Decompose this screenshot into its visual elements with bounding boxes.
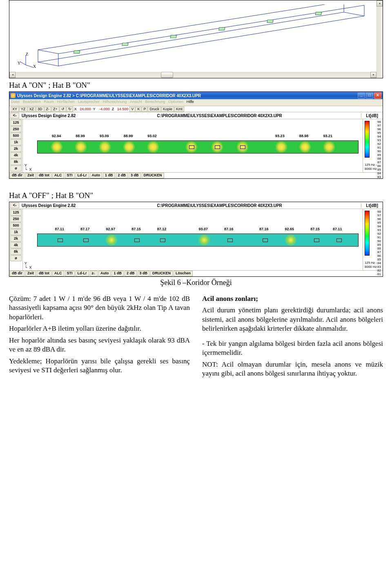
legend-tick: 94 xyxy=(370,225,381,228)
menu-berechnung[interactable]: Berechnung xyxy=(145,100,165,105)
bottom-btn-sti[interactable]: STI xyxy=(65,173,75,178)
view-XY[interactable]: XY xyxy=(11,107,19,112)
freq-8k[interactable]: 8k xyxy=(10,249,22,255)
db-label: 88.99 xyxy=(76,134,85,138)
menu-hilfe[interactable]: Hilfe xyxy=(187,100,194,105)
scroll-left-icon[interactable]: ◂ xyxy=(9,72,16,78)
axis-y-label: Y xyxy=(18,61,20,65)
wireframe-panel: Z Y X ▴ ◂ ▸ xyxy=(9,0,383,78)
freq-ø[interactable]: ø xyxy=(10,255,22,261)
freq-4k[interactable]: 4k xyxy=(10,152,22,158)
bottom-btn-zeit[interactable]: Zeit xyxy=(25,271,36,276)
freq-4k[interactable]: 4k xyxy=(10,242,22,248)
menu-optionen[interactable]: Optionen xyxy=(168,100,183,105)
frequency-column-2[interactable]: 1252505001k2k4k8kø xyxy=(9,209,23,270)
bottom-btn-dbdir[interactable]: dB dir xyxy=(10,271,24,276)
bottom-btn-drucken[interactable]: DRUCKEN xyxy=(150,271,173,276)
coord-z-label[interactable]: Z xyxy=(111,107,115,111)
rotate-btn[interactable]: ↺ xyxy=(60,107,66,112)
db-label: 93.23 xyxy=(275,134,285,138)
toolbtn-V[interactable]: V xyxy=(129,107,135,112)
coord-x-label[interactable]: X xyxy=(74,107,78,111)
bottom-btn-1db[interactable]: 1 dB xyxy=(103,173,115,178)
menu-raum[interactable]: Raum xyxy=(44,100,54,105)
freq-ø[interactable]: ø xyxy=(10,165,22,171)
toolbtn-Kmt[interactable]: Kmt xyxy=(174,107,184,112)
menu-lautsprecher[interactable]: Lautsprecher xyxy=(78,100,100,105)
freq-2k[interactable]: 2k xyxy=(10,146,22,152)
toolbtn-Kopie[interactable]: Kopie xyxy=(161,107,174,112)
speaker-marker xyxy=(58,238,63,242)
scrollbar-vertical[interactable]: ▴ xyxy=(376,0,383,78)
frequency-column[interactable]: 1252505001k2k4k8kø xyxy=(9,119,23,172)
toolbtn-Druck[interactable]: Druck xyxy=(148,107,161,112)
svg-rect-12 xyxy=(122,43,128,46)
bottom-btn-3db[interactable]: 3 dB xyxy=(129,173,141,178)
db-label: 87.17 xyxy=(80,227,90,231)
db-label: 92.97 xyxy=(106,227,116,231)
scrollbar-horizontal[interactable]: ◂ ▸ xyxy=(9,72,376,78)
rotate-btn[interactable]: ↻ xyxy=(67,107,73,112)
bottom-btn-1db[interactable]: 1 dB xyxy=(111,271,124,276)
toolbtn-K[interactable]: K xyxy=(136,107,141,112)
menu-hilfszeichnung[interactable]: Hilfszeichnung xyxy=(103,100,127,105)
freq-500[interactable]: 500 xyxy=(10,223,22,229)
bottom-btn-3db[interactable]: 3 dB xyxy=(138,271,150,276)
view-XZ[interactable]: XZ xyxy=(28,107,36,112)
freq-250[interactable]: 250 xyxy=(10,126,22,132)
bottom-btn-alc[interactable]: ALC xyxy=(52,173,64,178)
hotspot xyxy=(323,141,335,153)
freq-2k[interactable]: 2k xyxy=(10,236,22,242)
freq-8k[interactable]: 8k xyxy=(10,159,22,165)
bottom-btn-dbtot[interactable]: dB tot xyxy=(37,173,51,178)
toolbtn-P[interactable]: P xyxy=(142,107,147,112)
bottom-btn-ld-lr[interactable]: Ld-Lr xyxy=(76,271,89,276)
body-text: Çözüm: 7 adet 1 W / 1 m'de 96 dB veya 1 … xyxy=(0,294,392,386)
back-button-2[interactable]: <- xyxy=(10,203,19,208)
menubar[interactable]: DateiBearbeitenRaumHörflächenLautspreche… xyxy=(9,99,383,106)
menu-datei[interactable]: Datei xyxy=(11,100,20,105)
minimize-button[interactable]: _ xyxy=(358,92,365,99)
db-label: 87.16 xyxy=(259,227,269,231)
scrollbar-thumb[interactable] xyxy=(161,72,173,78)
maximize-button[interactable]: □ xyxy=(366,92,373,99)
bottom-btn-auto[interactable]: Auto xyxy=(98,271,111,276)
bottom-btn-löschen[interactable]: Löschen xyxy=(174,271,193,276)
bottom-btn-alc[interactable]: ALC xyxy=(52,271,64,276)
coord-x-value: 24.000 xyxy=(78,107,92,111)
bottom-btn-2db[interactable]: 2 dB xyxy=(125,271,137,276)
menu-bearbeiten[interactable]: Bearbeiten xyxy=(23,100,41,105)
view-YZ[interactable]: YZ xyxy=(19,107,27,112)
bottom-btn-≥↓[interactable]: ≥↓ xyxy=(90,271,98,276)
bottom-btn-dbtot[interactable]: dB tot xyxy=(37,271,51,276)
menu-ansicht[interactable]: Ansicht xyxy=(130,100,142,105)
wireframe-viewport: Z Y X ▴ ◂ ▸ xyxy=(9,0,383,78)
scroll-right-icon[interactable]: ▸ xyxy=(370,72,376,78)
bottom-toolbar[interactable]: dB dirZeitdB totALCSTILd-LrAuto1 dB2 dB3… xyxy=(9,173,383,178)
freq-1k[interactable]: 1k xyxy=(10,229,22,235)
coord-toolbar[interactable]: XYYZXZ3DZ-Z+↺↻X24.000Y-4.000Z14.500VKPDr… xyxy=(9,106,383,112)
bottom-btn-ld-lr[interactable]: Ld-Lr xyxy=(76,173,89,178)
freq-1k[interactable]: 1k xyxy=(10,139,22,145)
bottom-btn-sti[interactable]: STI xyxy=(65,271,75,276)
coord-y-label[interactable]: Y xyxy=(92,107,96,111)
freq-500[interactable]: 500 xyxy=(10,133,22,139)
view-Z-[interactable]: Z- xyxy=(45,107,51,112)
back-button[interactable]: <- xyxy=(10,113,19,118)
bottom-btn-auto[interactable]: Auto xyxy=(90,173,102,178)
view-Z+[interactable]: Z+ xyxy=(51,107,59,112)
freq-125[interactable]: 125 xyxy=(10,209,22,216)
freq-250[interactable]: 250 xyxy=(10,216,22,222)
bottom-btn-zeit[interactable]: Zeit xyxy=(25,173,36,178)
close-button[interactable]: ✕ xyxy=(374,92,381,99)
speaker-marker xyxy=(240,145,245,149)
bottom-btn-dbdir[interactable]: dB dir xyxy=(10,173,24,178)
view-3D[interactable]: 3D xyxy=(36,107,44,112)
bottom-btn-drucken[interactable]: DRUCKEN xyxy=(142,173,164,178)
bottom-btn-2db[interactable]: 2 dB xyxy=(116,173,128,178)
scroll-up-icon[interactable]: ▴ xyxy=(376,0,383,7)
menu-hörflächen[interactable]: Hörflächen xyxy=(57,100,75,105)
legend-tick: 91 xyxy=(370,236,381,239)
bottom-toolbar-2[interactable]: dB dirZeitdB totALCSTILd-Lr≥↓Auto1 dB2 d… xyxy=(9,271,383,276)
freq-125[interactable]: 125 xyxy=(10,120,22,126)
